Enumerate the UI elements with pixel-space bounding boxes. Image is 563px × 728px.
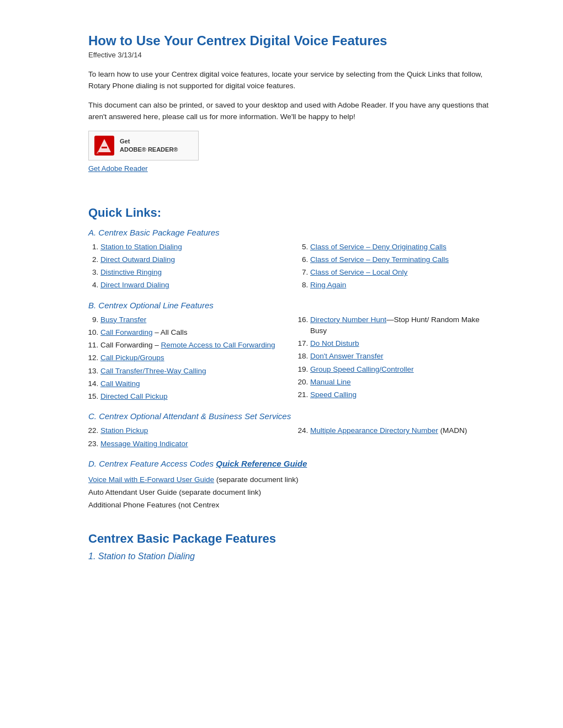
list-item: Message Waiting Indicator (100, 438, 287, 449)
section-a-left-list: Station to Station Dialing Direct Outwar… (88, 242, 287, 291)
feature-link-15[interactable]: Directed Call Pickup (100, 392, 168, 400)
feature-link-18[interactable]: Don't Answer Transfer (310, 352, 383, 360)
feature-link-4[interactable]: Direct Inward Dialing (100, 281, 169, 289)
section-b-left-list: Busy Transfer Call Forwarding – All Call… (88, 314, 287, 403)
feature-link-23[interactable]: Message Waiting Indicator (100, 440, 188, 448)
list-item: Class of Service – Deny Terminating Call… (310, 254, 497, 265)
feature-link-13[interactable]: Call Transfer/Three-Way Calling (100, 367, 206, 375)
list-item: Call Pickup/Groups (100, 352, 287, 363)
feature-link-12[interactable]: Call Pickup/Groups (100, 354, 164, 362)
intro-paragraph-1: To learn how to use your Centrex digital… (88, 69, 497, 92)
section-c-right-list: Multiple Appearance Directory Number (MA… (298, 425, 497, 436)
list-item: Class of Service – Local Only (310, 267, 497, 278)
section-b-left: Busy Transfer Call Forwarding – All Call… (88, 314, 287, 404)
section-d-label: D. Centrex Feature Access Codes (88, 459, 216, 468)
extra-links: Voice Mail with E-Forward User Guide (se… (88, 474, 497, 512)
page-title: How to Use Your Centrex Digital Voice Fe… (88, 33, 497, 49)
extra-link-suffix-1: (separate document link) (216, 475, 299, 484)
feature-link-14[interactable]: Call Waiting (100, 379, 140, 388)
list-item: Ring Again (310, 280, 497, 291)
adobe-reader-link[interactable]: Get Adobe Reader (88, 164, 148, 173)
list-item: Don't Answer Transfer (310, 351, 497, 362)
feature-link-3[interactable]: Distinctive Ringing (100, 268, 162, 276)
list-item: Group Speed Calling/Controller (310, 364, 497, 375)
page-container: How to Use Your Centrex Digital Voice Fe… (44, 0, 519, 595)
section-b-title: B. Centrex Optional Line Features (88, 301, 497, 310)
list-item: Call Transfer/Three-Way Calling (100, 366, 287, 377)
feature-link-16[interactable]: Directory Number Hunt (310, 315, 386, 324)
section-a-left: Station to Station Dialing Direct Outwar… (88, 242, 287, 293)
centrex-basic-title: Centrex Basic Package Features (88, 532, 497, 546)
list-item: Direct Inward Dialing (100, 280, 287, 291)
list-item: Do Not Disturb (310, 338, 497, 349)
list-item: Manual Line (310, 377, 497, 388)
list-item: Station to Station Dialing (100, 242, 287, 253)
item-suffix: – All Calls (153, 328, 188, 336)
quick-links-title: Quick Links: (88, 206, 497, 220)
svg-rect-2 (102, 147, 107, 148)
list-item: Call Forwarding – All Calls (100, 327, 287, 338)
section-a-title: A. Centrex Basic Package Features (88, 228, 497, 237)
adobe-box-container[interactable]: A Get ADOBE® READER® (88, 131, 199, 160)
auto-attendant-text: Auto Attendant User Guide (separate docu… (88, 488, 261, 496)
list-item: Direct Outward Dialing (100, 254, 287, 265)
list-item: Call Forwarding – Remote Access to Call … (100, 340, 287, 351)
feature-link-24[interactable]: Multiple Appearance Directory Number (310, 426, 438, 435)
section-a-right: Class of Service – Deny Originating Call… (298, 242, 497, 293)
extra-link-item-1: Voice Mail with E-Forward User Guide (se… (88, 474, 497, 486)
feature-link-22[interactable]: Station Pickup (100, 426, 148, 435)
feature-link-17[interactable]: Do Not Disturb (310, 339, 359, 347)
item-suffix: (MADN) (438, 426, 468, 435)
section-c-title: C. Centrex Optional Attendant & Business… (88, 411, 497, 421)
adobe-icon: A (94, 136, 114, 156)
feature-link-21[interactable]: Speed Calling (310, 390, 357, 399)
section-a-columns: Station to Station Dialing Direct Outwar… (88, 242, 497, 293)
section-c-columns: Station Pickup Message Waiting Indicator… (88, 425, 497, 451)
list-item: Busy Transfer (100, 314, 287, 325)
extra-link-item-3: Additional Phone Features (not Centrex (88, 499, 497, 512)
feature-link-20[interactable]: Manual Line (310, 378, 351, 386)
feature-link-8[interactable]: Ring Again (310, 281, 346, 289)
section-a-right-list: Class of Service – Deny Originating Call… (298, 242, 497, 291)
adobe-reader-box: A Get ADOBE® READER® (88, 131, 497, 160)
extra-link-item-2: Auto Attendant User Guide (separate docu… (88, 486, 497, 499)
section-d-title: D. Centrex Feature Access Codes Quick Re… (88, 459, 497, 468)
list-item: Directory Number Hunt—Stop Hunt/ Random … (310, 314, 497, 337)
adobe-box-text: Get ADOBE® READER® (120, 137, 178, 153)
section-c-left: Station Pickup Message Waiting Indicator (88, 425, 287, 451)
list-item: Class of Service – Deny Originating Call… (310, 242, 497, 253)
feature-link-11[interactable]: Remote Access to Call Forwarding (161, 341, 275, 349)
station-section-title: 1. Station to Station Dialing (88, 552, 497, 561)
item-prefix: Call Forwarding – (100, 341, 161, 349)
section-c-right: Multiple Appearance Directory Number (MA… (298, 425, 497, 451)
feature-link-2[interactable]: Direct Outward Dialing (100, 255, 175, 264)
section-b-right-list: Directory Number Hunt—Stop Hunt/ Random … (298, 314, 497, 401)
list-item: Station Pickup (100, 425, 287, 436)
feature-link-7[interactable]: Class of Service – Local Only (310, 268, 407, 276)
effective-date: Effective 3/13/14 (88, 51, 497, 59)
voice-mail-link[interactable]: Voice Mail with E-Forward User Guide (88, 475, 214, 484)
feature-link-6[interactable]: Class of Service – Deny Terminating Call… (310, 255, 449, 264)
list-item: Directed Call Pickup (100, 391, 287, 402)
feature-link-10[interactable]: Call Forwarding (100, 328, 153, 336)
feature-link-1[interactable]: Station to Station Dialing (100, 243, 182, 251)
section-c-left-list: Station Pickup Message Waiting Indicator (88, 425, 287, 449)
additional-phone-text: Additional Phone Features (not Centrex (88, 501, 219, 509)
feature-link-9[interactable]: Busy Transfer (100, 315, 146, 324)
list-item: Distinctive Ringing (100, 267, 287, 278)
feature-link-5[interactable]: Class of Service – Deny Originating Call… (310, 243, 447, 251)
list-item: Multiple Appearance Directory Number (MA… (310, 425, 497, 436)
intro-paragraph-2: This document can also be printed, or sa… (88, 100, 497, 123)
list-item: Speed Calling (310, 389, 497, 400)
section-b-columns: Busy Transfer Call Forwarding – All Call… (88, 314, 497, 404)
feature-link-19[interactable]: Group Speed Calling/Controller (310, 365, 414, 373)
list-item: Call Waiting (100, 378, 287, 389)
section-b-right: Directory Number Hunt—Stop Hunt/ Random … (298, 314, 497, 404)
quick-reference-link[interactable]: Quick Reference Guide (216, 459, 307, 468)
